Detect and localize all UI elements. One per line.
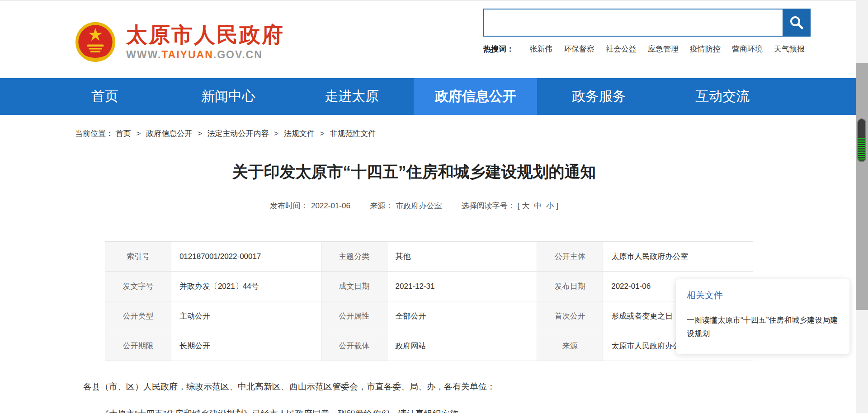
- nav-item-about-taiyuan[interactable]: 走进太原: [290, 78, 414, 115]
- related-files-popup: 相关文件 一图读懂太原市“十四五”住房和城乡建设局建设规划: [676, 279, 849, 354]
- font-size-bracket-left: [: [518, 202, 520, 210]
- meta-label: 成文日期: [321, 272, 387, 301]
- breadcrumb-item-1[interactable]: 政府信息公开: [146, 129, 192, 138]
- meta-value: 并政办发〔2021〕44号: [171, 272, 321, 301]
- hot-word-5[interactable]: 营商环境: [732, 44, 763, 54]
- search-icon: [789, 15, 804, 30]
- table-row: 发文字号 并政办发〔2021〕44号 成文日期 2021-12-31 发布日期 …: [105, 272, 753, 301]
- hot-word-3[interactable]: 应急管理: [648, 44, 679, 54]
- search-button[interactable]: [783, 9, 811, 37]
- meta-label: 首次公开: [537, 301, 603, 331]
- nav-items: 首页 新闻中心 走进太原 政府信息公开 政务服务 互动交流: [43, 78, 784, 115]
- table-row: 公开期限 长期公开 公开载体 政府网站 来源 太原市人民政府办公室: [105, 331, 753, 361]
- font-size-medium[interactable]: 中: [534, 202, 542, 210]
- source-value: 市政府办公室: [396, 202, 442, 210]
- breadcrumb-item-3[interactable]: 法规文件: [284, 129, 315, 138]
- source-label: 来源：: [370, 202, 393, 210]
- nav-item-interaction[interactable]: 互动交流: [661, 78, 784, 115]
- site-header: 太原市人民政府 WWW.TAIYUAN.GOV.CN 热搜词： 张新伟 环保督察…: [0, 1, 856, 78]
- breadcrumb-item-2[interactable]: 法定主动公开内容: [208, 129, 269, 138]
- nav-item-gov-info-active[interactable]: 政府信息公开: [414, 78, 537, 115]
- publish-date-label: 发布时间：: [270, 202, 308, 210]
- scrollbar-thumb[interactable]: [857, 118, 866, 162]
- hot-word-1[interactable]: 环保督察: [564, 44, 594, 54]
- header-right: 热搜词： 张新伟 环保督察 社会公益 应急管理 疫情防控 营商环境 天气预报: [483, 5, 811, 78]
- meta-label: 公开属性: [321, 301, 387, 331]
- meta-label: 公开载体: [321, 331, 387, 361]
- search-input[interactable]: [483, 9, 783, 37]
- breadcrumb-label: 当前位置：: [75, 129, 113, 138]
- meta-label: 发文字号: [105, 272, 171, 301]
- breadcrumb-separator: >: [320, 129, 325, 138]
- site-url-highlight: TAIYUAN: [161, 49, 213, 61]
- nav-item-home[interactable]: 首页: [43, 78, 166, 115]
- table-row: 公开类型 主动公开 公开属性 全部公开 首次公开 形成或者变更之日: [105, 301, 753, 331]
- font-size-small[interactable]: 小: [546, 202, 554, 210]
- breadcrumb-separator: >: [274, 129, 278, 138]
- breadcrumb: 当前位置： 首页 > 政府信息公开 > 法定主动公开内容 > 法规文件 > 非规…: [75, 128, 781, 139]
- nav-item-news[interactable]: 新闻中心: [166, 78, 290, 115]
- meta-label: 公开类型: [105, 301, 171, 331]
- scrollbar-thumb-stripes: [858, 138, 865, 161]
- breadcrumb-separator: >: [198, 129, 202, 138]
- meta-value: 其他: [387, 242, 537, 272]
- font-size-large[interactable]: 大: [522, 202, 529, 210]
- main-nav: 首页 新闻中心 走进太原 政府信息公开 政务服务 互动交流: [0, 78, 856, 115]
- font-size-bracket-right: ]: [556, 202, 558, 210]
- main-content: 当前位置： 首页 > 政府信息公开 > 法定主动公开内容 > 法规文件 > 非规…: [0, 128, 781, 413]
- meta-label: 来源: [537, 331, 603, 361]
- scrollbar-thumb-top: [858, 119, 865, 138]
- scrollbar-track[interactable]: [856, 63, 868, 310]
- site-url-prefix: WWW.: [126, 49, 161, 61]
- site-name: 太原市人民政府: [126, 23, 284, 47]
- article-meta: 发布时间：2022-01-06 来源：市政府办公室 选择阅读字号： [大中小]: [75, 201, 753, 211]
- document-meta-table: 索引号 012187001/2022-00017 主题分类 其他 公开主体 太原…: [105, 241, 753, 361]
- meta-label: 主题分类: [321, 242, 387, 272]
- related-files-title: 相关文件: [687, 289, 839, 301]
- meta-value: 全部公开: [387, 301, 537, 331]
- dashed-separator: [75, 223, 740, 223]
- meta-value: 长期公开: [171, 331, 321, 361]
- related-file-link[interactable]: 一图读懂太原市“十四五”住房和城乡建设局建设规划: [687, 314, 839, 341]
- breadcrumb-item-0[interactable]: 首页: [116, 129, 131, 138]
- hot-word-0[interactable]: 张新伟: [529, 44, 552, 54]
- site-logo[interactable]: 太原市人民政府 WWW.TAIYUAN.GOV.CN: [75, 5, 284, 78]
- related-files-divider: [687, 308, 839, 308]
- national-emblem-icon: [75, 21, 116, 63]
- meta-label: 发布日期: [537, 272, 603, 301]
- publish-date-value: 2022-01-06: [311, 202, 350, 210]
- breadcrumb-separator: >: [136, 129, 141, 138]
- site-url-suffix: .GOV.CN: [213, 49, 263, 61]
- breadcrumb-item-4[interactable]: 非规范性文件: [330, 129, 376, 138]
- search-bar: [483, 9, 811, 37]
- hot-word-4[interactable]: 疫情防控: [690, 44, 721, 54]
- article-title: 关于印发太原市“十四五”住房和城乡建设规划的通知: [75, 161, 753, 183]
- meta-label: 公开期限: [105, 331, 171, 361]
- hot-search-label: 热搜词：: [483, 44, 514, 54]
- logo-text: 太原市人民政府 WWW.TAIYUAN.GOV.CN: [126, 23, 284, 61]
- body-paragraph-salutation: 各县（市、区）人民政府，综改示范区、中北高新区、西山示范区管委会，市直各委、局、…: [83, 380, 752, 394]
- site-url: WWW.TAIYUAN.GOV.CN: [126, 49, 284, 61]
- body-paragraph-intro: 《太原市“十四五”住房和城乡建设规划》已经市人民政府同意，现印发给你们，请认真组…: [83, 407, 752, 413]
- meta-value: 主动公开: [171, 301, 321, 331]
- hot-word-2[interactable]: 社会公益: [606, 44, 637, 54]
- hot-search-row: 热搜词： 张新伟 环保督察 社会公益 应急管理 疫情防控 营商环境 天气预报: [483, 44, 811, 54]
- meta-value: 2021-12-31: [387, 272, 537, 301]
- meta-value: 012187001/2022-00017: [171, 242, 321, 272]
- table-row: 索引号 012187001/2022-00017 主题分类 其他 公开主体 太原…: [105, 242, 753, 272]
- font-size-label: 选择阅读字号：: [462, 202, 515, 210]
- meta-value: 太原市人民政府办公室: [603, 242, 753, 272]
- hot-word-6[interactable]: 天气预报: [774, 44, 805, 54]
- meta-label: 公开主体: [537, 242, 603, 272]
- nav-item-services[interactable]: 政务服务: [537, 78, 660, 115]
- meta-label: 索引号: [105, 242, 171, 272]
- meta-value: 政府网站: [387, 331, 537, 361]
- scrollbar: [856, 0, 868, 413]
